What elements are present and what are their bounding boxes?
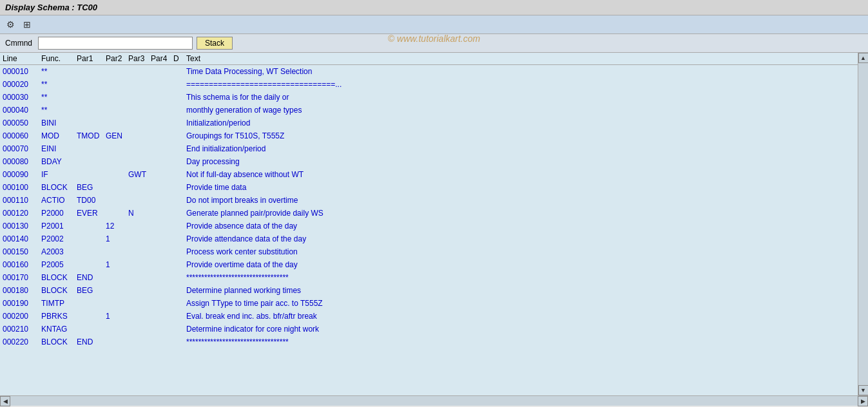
- table-row[interactable]: 000170BLOCKEND**************************…: [0, 271, 858, 284]
- cell-par3: [128, 285, 151, 296]
- cell-par1: END: [77, 272, 106, 283]
- table-row[interactable]: 000080BDAYDay processing: [0, 155, 858, 168]
- cell-func: A2003: [41, 246, 77, 258]
- table-row[interactable]: 000070EINIEnd initialization/period: [0, 142, 858, 155]
- config-icon[interactable]: ⚙: [4, 18, 17, 31]
- cell-par1: [77, 310, 106, 322]
- cell-d: [173, 156, 186, 167]
- cell-par3: [128, 143, 151, 155]
- table-row[interactable]: 000020**================================…: [0, 78, 858, 91]
- cell-par1: END: [77, 336, 106, 348]
- cell-func: BLOCK: [41, 272, 77, 283]
- table-row[interactable]: 000100BLOCKBEGProvide time data: [0, 181, 858, 194]
- cell-par2: [106, 117, 128, 129]
- table-row[interactable]: 000190TIMTPAssign TType to time pair acc…: [0, 297, 858, 310]
- cell-func: MOD: [41, 130, 77, 142]
- header-par1: Par1: [77, 54, 106, 63]
- cell-line: 000070: [3, 143, 41, 155]
- cell-func: IF: [41, 169, 77, 180]
- cell-par1: [77, 169, 106, 180]
- table-row[interactable]: 000040**monthly generation of wage types: [0, 104, 858, 117]
- cell-par4: [151, 194, 173, 206]
- scroll-down-button[interactable]: ▼: [858, 385, 869, 395]
- cell-line: 000210: [3, 323, 41, 335]
- header-func: Func.: [41, 54, 77, 63]
- table-row[interactable]: 000050BINIInitialization/period: [0, 117, 858, 129]
- cell-par4: [151, 233, 173, 245]
- cell-d: [173, 246, 186, 258]
- scroll-right-button[interactable]: ▶: [858, 396, 868, 406]
- title-bar: Display Schema : TC00: [0, 0, 868, 15]
- cell-par2: 12: [106, 220, 128, 232]
- cell-line: 000050: [3, 117, 41, 129]
- cell-text: Provide overtime data of the day: [186, 259, 855, 270]
- table-row[interactable]: 000060MODTMODGENGroupings for T510S, T55…: [0, 129, 858, 142]
- layout-icon[interactable]: ⊞: [21, 18, 34, 31]
- table-row[interactable]: 000160P20051Provide overtime data of the…: [0, 258, 858, 271]
- table-row[interactable]: 000090IFGWTNot if full-day absence witho…: [0, 168, 858, 181]
- cell-par1: [77, 104, 106, 116]
- table-row[interactable]: 000130P200112Provide absence data of the…: [0, 220, 858, 232]
- table-row[interactable]: 000180BLOCKBEGDetermine planned working …: [0, 284, 858, 297]
- table-row[interactable]: 000030**This schema is for the daily or: [0, 91, 858, 104]
- cell-text: Provide time data: [186, 182, 855, 193]
- scrollbar-right[interactable]: ▲ ▼: [858, 53, 868, 395]
- cell-line: 000100: [3, 182, 41, 193]
- cell-par3: [128, 336, 151, 348]
- cell-par2: [106, 207, 128, 219]
- scroll-track[interactable]: [858, 63, 868, 385]
- table-row[interactable]: 000010**Time Data Processing, WT Selecti…: [0, 65, 858, 78]
- cell-func: BLOCK: [41, 285, 77, 296]
- table-row[interactable]: 000210KNTAGDetermine indicator for core …: [0, 323, 858, 336]
- cell-text: This schema is for the daily or: [186, 91, 855, 103]
- cell-par2: [106, 143, 128, 155]
- table-row[interactable]: 000220BLOCKEND**************************…: [0, 336, 858, 348]
- cell-par2: [106, 66, 128, 77]
- table-row[interactable]: 000140P20021Provide attendance data of t…: [0, 232, 858, 245]
- cell-par4: [151, 220, 173, 232]
- cell-par2: 1: [106, 310, 128, 322]
- cell-line: 000040: [3, 104, 41, 116]
- cell-line: 000090: [3, 169, 41, 180]
- cell-d: [173, 104, 186, 116]
- table-row[interactable]: 000120P2000EVERNGenerate planned pair/pr…: [0, 207, 858, 220]
- cell-par2: [106, 91, 128, 103]
- table-row[interactable]: 000150A2003Process work center substitut…: [0, 245, 858, 258]
- scrollbar-bottom[interactable]: ◀ ▶: [0, 395, 868, 406]
- cell-par3: [128, 233, 151, 245]
- cell-func: BLOCK: [41, 336, 77, 348]
- command-label: Cmmnd: [5, 39, 34, 48]
- cell-par3: [128, 194, 151, 206]
- cell-text: Assign TType to time pair acc. to T555Z: [186, 298, 855, 309]
- cell-par4: [151, 91, 173, 103]
- header-par4: Par4: [151, 54, 173, 63]
- cell-par1: BEG: [77, 182, 106, 193]
- cell-par1: [77, 66, 106, 77]
- cell-text: Provide absence data of the day: [186, 220, 855, 232]
- cell-par4: [151, 79, 173, 90]
- table-row[interactable]: 000110ACTIOTD00Do not import breaks in o…: [0, 194, 858, 207]
- cell-line: 000020: [3, 79, 41, 90]
- cell-par1: [77, 117, 106, 129]
- cell-par3: [128, 91, 151, 103]
- cell-d: [173, 259, 186, 270]
- cell-func: **: [41, 66, 77, 77]
- cell-par1: [77, 259, 106, 270]
- stack-button[interactable]: Stack: [197, 37, 233, 50]
- cell-par4: [151, 169, 173, 180]
- cell-par2: [106, 104, 128, 116]
- scroll-left-button[interactable]: ◀: [0, 396, 10, 406]
- cell-par4: [151, 336, 173, 348]
- table-row[interactable]: 000200PBRKS1Eval. break end inc. abs. bf…: [0, 310, 858, 323]
- cell-func: BDAY: [41, 156, 77, 167]
- cell-par2: [106, 156, 128, 167]
- cell-d: [173, 272, 186, 283]
- cell-d: [173, 117, 186, 129]
- command-input[interactable]: [38, 37, 193, 50]
- cell-par2: [106, 169, 128, 180]
- cell-text: Do not import breaks in overtime: [186, 194, 855, 206]
- cell-par1: TMOD: [77, 130, 106, 142]
- cell-par1: [77, 156, 106, 167]
- cell-d: [173, 220, 186, 232]
- scroll-up-button[interactable]: ▲: [858, 53, 869, 63]
